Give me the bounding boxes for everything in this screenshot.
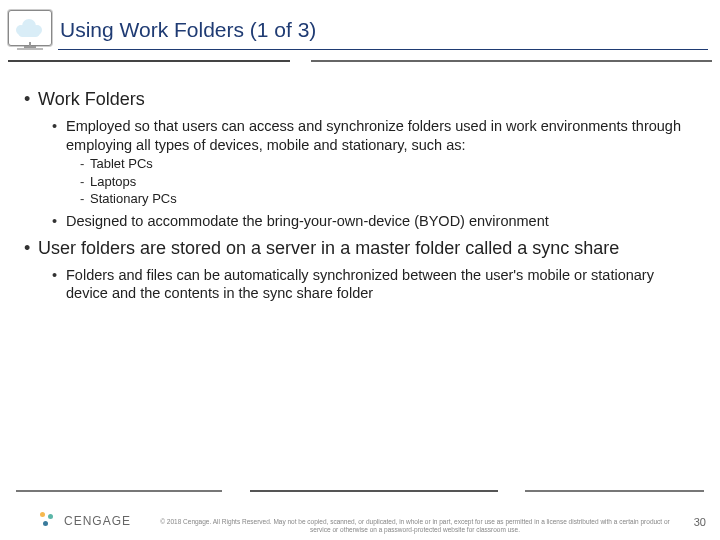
cloud-monitor-icon	[8, 10, 52, 46]
slide-body: Work Folders Employed so that users can …	[0, 62, 720, 303]
footer-divider	[16, 490, 704, 492]
bullet-text: Work Folders	[38, 89, 145, 109]
slide: Using Work Folders (1 of 3) Work Folders…	[0, 0, 720, 540]
bullet-l3: Laptops	[80, 174, 696, 191]
bullet-text: User folders are stored on a server in a…	[38, 238, 619, 258]
copyright-text: © 2018 Cengage. All Rights Reserved. May…	[160, 518, 670, 534]
slide-title: Using Work Folders (1 of 3)	[60, 18, 720, 42]
bullet-l2: Employed so that users can access and sy…	[52, 117, 696, 208]
slide-footer: CENGAGE © 2018 Cengage. All Rights Reser…	[0, 490, 720, 540]
bullet-l1: User folders are stored on a server in a…	[24, 237, 696, 303]
bullet-text: Stationary PCs	[90, 191, 177, 206]
page-number: 30	[694, 516, 706, 528]
header-divider	[8, 60, 712, 62]
bullet-l1: Work Folders Employed so that users can …	[24, 88, 696, 231]
bullet-text: Designed to accommodate the bring-your-o…	[66, 213, 549, 229]
title-underline	[58, 49, 708, 50]
bullet-l2: Designed to accommodate the bring-your-o…	[52, 212, 696, 231]
monitor-foot-icon	[17, 48, 43, 50]
bullet-text: Laptops	[90, 174, 136, 189]
bullet-l3: Tablet PCs	[80, 156, 696, 173]
bullet-l3: Stationary PCs	[80, 191, 696, 208]
bullet-text: Tablet PCs	[90, 156, 153, 171]
brand-logo: CENGAGE	[40, 512, 131, 530]
slide-header: Using Work Folders (1 of 3)	[0, 0, 720, 60]
brand-name: CENGAGE	[64, 514, 131, 528]
bullet-l2: Folders and files can be automatically s…	[52, 266, 696, 303]
bullet-text: Employed so that users can access and sy…	[66, 118, 681, 153]
bullet-text: Folders and files can be automatically s…	[66, 267, 654, 302]
brand-mark-icon	[40, 512, 58, 530]
